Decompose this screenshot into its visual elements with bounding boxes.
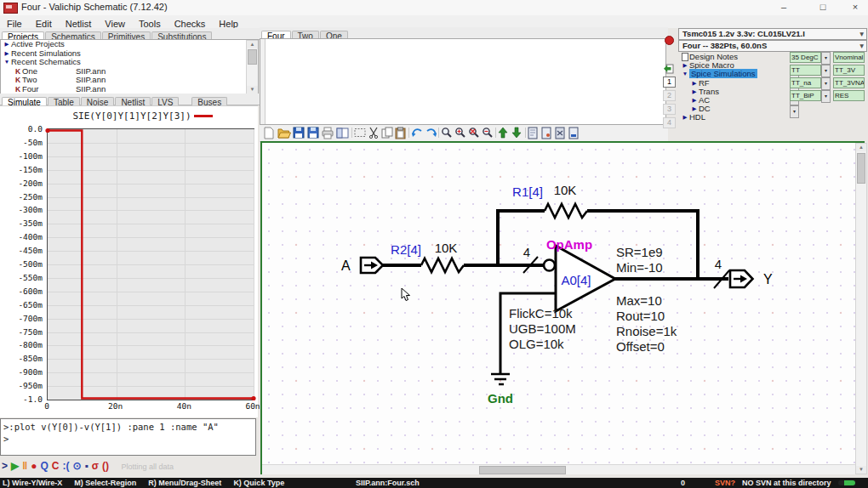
tree-item-icon[interactable]: ▶: [3, 40, 11, 49]
chevron-down-icon[interactable]: [821, 65, 831, 77]
sim-tree-item[interactable]: ▶Trans: [679, 88, 788, 96]
print-icon[interactable]: [323, 128, 333, 139]
pane-number-button[interactable]: 4: [663, 117, 676, 128]
tree-item[interactable]: TwoSIIP.ann: [1, 76, 258, 85]
marker-icon[interactable]: :(: [63, 460, 70, 472]
zoom-in-icon[interactable]: [456, 128, 465, 137]
pane-number-button[interactable]: 3: [663, 104, 676, 115]
open-sheet-icon[interactable]: [664, 63, 675, 74]
corner-select[interactable]: 35 DegC: [790, 52, 821, 63]
param-sr: SR=1e9: [616, 245, 663, 259]
resistor-r1[interactable]: [545, 204, 587, 218]
tree-item-icon[interactable]: ▼: [3, 58, 11, 67]
sheet-4-icon[interactable]: [569, 128, 578, 139]
prompt-icon[interactable]: >: [2, 460, 8, 472]
maximize-button[interactable]: □: [810, 0, 836, 15]
save-as-icon[interactable]: [308, 128, 318, 138]
redo-icon[interactable]: [427, 129, 437, 137]
scroll-thumb[interactable]: [248, 49, 257, 65]
undo-icon[interactable]: [412, 129, 421, 137]
tree-item[interactable]: FourSIIP.ann: [1, 85, 258, 94]
record-indicator-icon[interactable]: [665, 36, 674, 45]
schematic-hscrollbar[interactable]: [262, 464, 855, 474]
corner-select[interactable]: TT_3VNA: [833, 77, 865, 88]
schematic-drawing: A Y R2[4] 10K R1[4] 10K 4 4 OpAmp A0[4] …: [263, 144, 859, 465]
measure-q-icon[interactable]: Q: [40, 460, 48, 472]
save-icon[interactable]: [294, 128, 304, 138]
clock-icon[interactable]: ⊙: [73, 460, 82, 472]
scroll-down-icon[interactable]: [247, 86, 258, 94]
open-folder-icon[interactable]: [278, 129, 291, 138]
chevron-down-icon[interactable]: [821, 90, 831, 103]
minimize-button[interactable]: –: [771, 0, 797, 15]
record-icon[interactable]: ●: [31, 460, 37, 472]
chevron-down-icon[interactable]: [821, 52, 831, 65]
chevron-down-icon[interactable]: [790, 105, 799, 118]
notes-panel[interactable]: [260, 38, 666, 125]
result-select[interactable]: Four -- 382Pts, 60.0nS: [678, 40, 867, 52]
sheet-3-icon[interactable]: [556, 128, 564, 139]
chart-plot[interactable]: [47, 128, 254, 400]
sim-tree-icon[interactable]: ▼: [681, 70, 689, 78]
sim-tree-item[interactable]: ▶RF: [679, 79, 788, 88]
sim-tree-icon[interactable]: ▶: [690, 96, 699, 105]
r2-name: R2[4]: [391, 242, 421, 257]
scroll-up-icon[interactable]: [247, 41, 258, 48]
close-button[interactable]: ×: [842, 0, 868, 15]
corner-select[interactable]: Vnominal: [833, 52, 865, 63]
hierarchy-down-icon[interactable]: [512, 128, 521, 138]
notes-scrollbar[interactable]: [260, 39, 266, 124]
corner-select[interactable]: TT_BiP: [790, 90, 821, 101]
sim-tree-icon[interactable]: ▶: [690, 79, 699, 88]
scroll-thumb[interactable]: [479, 466, 566, 474]
input-port-symbol[interactable]: [361, 258, 383, 273]
ground-symbol[interactable]: [491, 374, 510, 384]
tree-item[interactable]: ▼Recent Schematics: [1, 58, 258, 67]
tree-item-icon[interactable]: ▶: [3, 49, 11, 59]
corner-select[interactable]: RES: [833, 90, 865, 101]
split-window-icon[interactable]: [337, 128, 348, 138]
sheet-2-icon[interactable]: [542, 128, 551, 139]
sim-tree-icon[interactable]: ▶: [681, 61, 689, 70]
run-icon[interactable]: ▶: [11, 460, 19, 472]
sim-tree-item[interactable]: ▶HDL: [679, 113, 788, 122]
scroll-thumb[interactable]: [857, 153, 865, 184]
sim-tree-icon[interactable]: ▶: [690, 88, 699, 96]
corner-select[interactable]: TT_na: [790, 77, 821, 88]
cut-icon[interactable]: [369, 128, 377, 139]
corner-select-row: TT_naTT_3VNA: [790, 77, 868, 90]
resistor-r2[interactable]: [421, 258, 464, 272]
paste-icon[interactable]: [396, 128, 405, 139]
pane-number-button[interactable]: 2: [663, 90, 676, 101]
tree-item[interactable]: OneSIIP.ann: [1, 67, 258, 77]
paren-icon[interactable]: (): [102, 460, 109, 472]
sim-tree-item[interactable]: ▶AC: [679, 96, 788, 105]
y-tick-label: -450m: [2, 246, 43, 255]
process-select[interactable]: Tsmc015 1.2v 3.3v: CL015LV21.I: [678, 28, 867, 40]
chevron-down-icon[interactable]: [821, 77, 831, 90]
zoom-out-icon[interactable]: [483, 128, 492, 137]
scroll-up-icon[interactable]: [856, 144, 866, 151]
schematic-vscrollbar[interactable]: [855, 143, 867, 474]
corner-select[interactable]: TT: [790, 65, 821, 76]
sigma-icon[interactable]: σ: [92, 460, 99, 472]
zoom-region-icon[interactable]: [470, 128, 478, 137]
copy-icon[interactable]: [382, 128, 392, 138]
tree-scrollbar[interactable]: [246, 40, 259, 94]
corner-select[interactable]: TT_3V: [833, 65, 865, 76]
pause-icon[interactable]: ‖: [22, 460, 27, 472]
scroll-down-icon[interactable]: [856, 466, 866, 474]
param-rout: Rout=10: [616, 309, 665, 323]
sheet-1-icon[interactable]: [528, 128, 537, 139]
sim-tree-item[interactable]: ▼Spice Simulations: [679, 70, 788, 78]
pane-number-button[interactable]: 1: [663, 77, 676, 88]
sim-tree-icon[interactable]: ▶: [681, 113, 689, 122]
zoom-icon[interactable]: [443, 128, 451, 137]
stop-square-icon[interactable]: ▪: [85, 460, 89, 472]
output-port-symbol[interactable]: [730, 270, 753, 287]
command-console[interactable]: >:plot v(Y[0])-v(Y[1]) :pane 1 :name "A"…: [0, 418, 256, 456]
select-region-icon[interactable]: [355, 129, 365, 137]
measure-c-icon[interactable]: C: [52, 460, 60, 472]
hierarchy-up-icon[interactable]: [499, 128, 507, 138]
new-file-icon[interactable]: [265, 128, 273, 139]
